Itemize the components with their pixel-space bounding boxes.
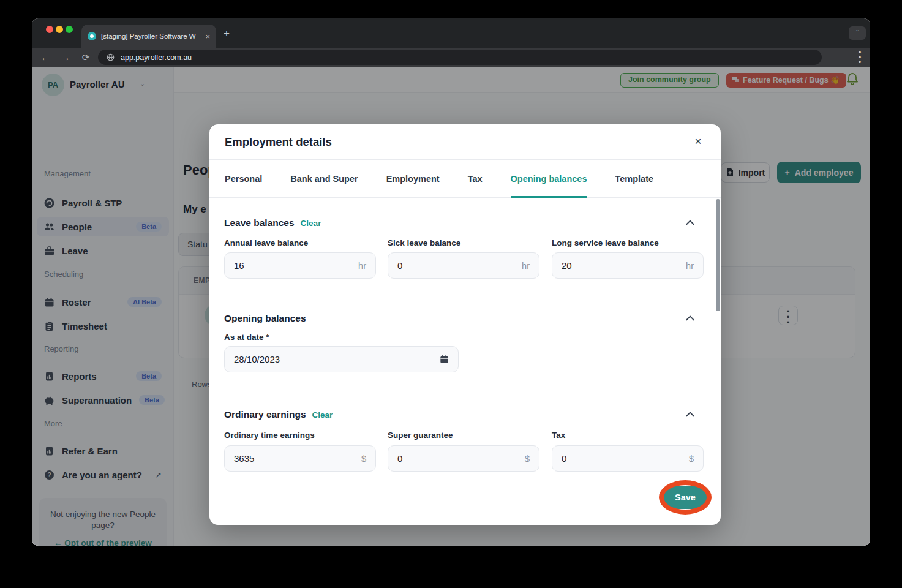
sick-leave-label: Sick leave balance [388,238,460,247]
modal-title: Employment details [225,135,332,149]
dollar-suffix: $ [689,454,694,464]
modal-header: Employment details × [209,124,721,160]
super-guarantee-field: $ [388,445,539,472]
super-guarantee-label: Super guarantee [388,431,453,440]
browser-toolbar: ← → ⟳ app.payroller.com.au ••• [32,48,870,67]
modal-close-icon[interactable]: × [691,135,705,148]
collapse-chevron-icon[interactable] [686,315,694,321]
leave-balances-section-header: Leave balances Clear [224,217,321,228]
minimize-window-button[interactable] [56,26,63,33]
long-service-leave-label: Long service leave balance [552,238,659,247]
ordinary-time-earnings-input[interactable] [234,453,356,464]
employment-details-modal: Employment details × Personal Bank and S… [209,124,721,525]
as-at-date-input[interactable] [234,354,435,364]
dollar-suffix: $ [361,454,366,464]
tab-search-button[interactable]: ˇ [849,26,866,40]
modal-footer [209,475,721,525]
browser-tab-strip: [staging] Payroller Software W × + ˇ [32,18,870,48]
new-tab-button[interactable]: + [224,28,230,39]
annual-leave-label: Annual leave balance [224,238,308,247]
tab-bank-and-super[interactable]: Bank and Super [290,160,358,198]
tab-tax[interactable]: Tax [468,160,483,198]
browser-tab[interactable]: [staging] Payroller Software W × [81,24,216,48]
sick-leave-input[interactable] [397,260,517,271]
opening-balances-section-header: Opening balances [224,313,306,324]
tax-input[interactable] [562,453,684,464]
tab-opening-balances[interactable]: Opening balances [511,160,587,198]
url-text: app.payroller.com.au [121,53,192,62]
annotation-ellipse [659,480,712,514]
ordinary-earnings-section-header: Ordinary earnings Clear [224,409,333,420]
site-info-icon[interactable] [107,53,115,61]
favicon-icon [88,32,96,40]
super-guarantee-input[interactable] [397,453,520,464]
sick-leave-field: hr [388,252,539,279]
forward-button[interactable]: → [58,50,73,65]
tab-title: [staging] Payroller Software W [101,32,200,40]
annual-leave-input[interactable] [234,260,353,271]
modal-scrollbar[interactable] [716,199,720,311]
hr-suffix: hr [522,261,530,271]
hr-suffix: hr [686,261,694,271]
leave-balances-title: Leave balances [224,217,295,228]
tax-field: $ [552,445,704,472]
long-service-leave-field: hr [552,252,704,279]
tab-close-icon[interactable]: × [205,32,210,41]
ordinary-earnings-title: Ordinary earnings [224,409,306,420]
ordinary-time-earnings-field: $ [224,445,376,472]
ordinary-earnings-clear-link[interactable]: Clear [312,410,333,420]
annual-leave-field: hr [224,252,376,279]
collapse-chevron-icon[interactable] [686,412,694,417]
as-at-date-label: As at date * [224,333,269,342]
tax-label: Tax [552,431,565,440]
section-divider [224,393,706,393]
tab-employment[interactable]: Employment [386,160,440,198]
dollar-suffix: $ [525,454,530,464]
collapse-chevron-icon[interactable] [686,220,694,225]
section-divider [224,300,706,300]
browser-window: [staging] Payroller Software W × + ˇ ← →… [32,18,870,546]
back-button[interactable]: ← [38,50,53,65]
calendar-icon[interactable] [440,355,449,364]
opening-balances-title: Opening balances [224,313,306,324]
maximize-window-button[interactable] [66,26,73,33]
reload-button[interactable]: ⟳ [78,50,93,65]
modal-tabs: Personal Bank and Super Employment Tax O… [209,160,721,198]
as-at-date-field [224,346,459,372]
leave-balances-clear-link[interactable]: Clear [301,219,321,228]
browser-menu-button[interactable]: ••• [855,50,865,65]
long-service-leave-input[interactable] [562,260,681,271]
tab-personal[interactable]: Personal [225,160,262,198]
close-window-button[interactable] [46,26,53,33]
address-bar[interactable]: app.payroller.com.au [98,50,822,65]
tab-template[interactable]: Template [615,160,653,198]
ordinary-time-earnings-label: Ordinary time earnings [224,431,315,440]
hr-suffix: hr [358,261,366,271]
